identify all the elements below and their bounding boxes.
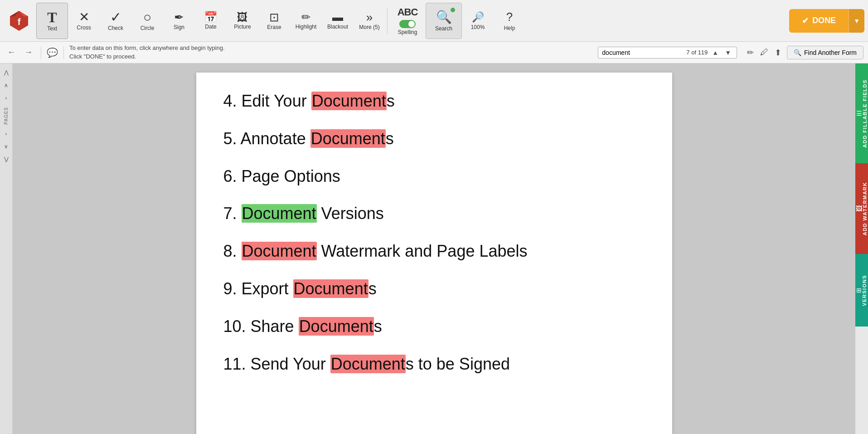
scroll-top-button[interactable]: ⋀ <box>1 67 12 78</box>
versions-icon: ⊞ <box>856 287 862 294</box>
date-icon: 📅 <box>204 12 218 23</box>
line8-prefix: 8. <box>223 242 242 260</box>
pdffiller-logo[interactable]: f <box>4 3 34 39</box>
date-tool[interactable]: 📅 Date <box>195 3 227 39</box>
spelling-label: Spelling <box>398 29 417 35</box>
expand-left-button[interactable]: › <box>1 93 12 103</box>
edit-document-icon[interactable]: ✏ <box>745 46 756 59</box>
erase-tool-label: Erase <box>267 24 281 30</box>
help-tool[interactable]: ? Help <box>494 3 525 39</box>
sign-icon: ✒ <box>174 11 184 23</box>
cross-icon: ✕ <box>79 11 89 24</box>
line11-prefix: 11. Send Your <box>223 355 330 373</box>
find-another-form-button[interactable]: 🔍 Find Another Form <box>787 46 863 59</box>
done-button[interactable]: ✔ DONE <box>789 9 849 33</box>
picture-tool[interactable]: 🖼 Picture <box>227 3 258 39</box>
zoom-level: 100% <box>471 24 485 30</box>
line-9: 9. Export Documents <box>223 278 645 300</box>
line-8: 8. Document Watermark and Page Labels <box>223 241 645 262</box>
highlight-tool-label: Highlight <box>296 24 317 30</box>
highlight-document-icon[interactable]: 🖊 <box>758 46 770 59</box>
document-area[interactable]: 4. Edit Your Documents 5. Annotate Docum… <box>13 63 855 434</box>
circle-tool[interactable]: ○ Circle <box>131 3 163 39</box>
right-panel-stack: ☰ ADD FILLABLE FIELDS 🖼 ADD WATERMARK ⊞ … <box>855 63 868 434</box>
undo-button[interactable]: ← <box>5 46 18 59</box>
line-7: 7. Document Versions <box>223 203 645 224</box>
versions-panel[interactable]: ⊞ VERSIONS <box>855 254 868 327</box>
search-bar: ← → 💬 To enter data on this form, click … <box>0 42 868 63</box>
comment-icon[interactable]: 💬 <box>47 47 58 58</box>
more-icon: » <box>366 11 373 23</box>
scroll-up-button[interactable]: ∧ <box>1 80 12 91</box>
line8-highlight: Document <box>242 242 317 260</box>
toolbar: f T Text ✕ Cross ✓ Check ○ Circle ✒ Sign… <box>0 0 868 42</box>
line9-suffix: s <box>369 279 377 298</box>
more-tool-label: More (5) <box>359 24 379 30</box>
main-content: ⋀ ∧ › PAGES › ∨ ⋁ 4. Edit Your Documents… <box>0 63 868 434</box>
cross-tool-label: Cross <box>77 24 91 31</box>
blackout-tool-label: Blackout <box>327 24 348 30</box>
line11-highlight: Document <box>330 355 406 373</box>
check-tool-label: Check <box>108 25 123 31</box>
search-next-button[interactable]: ▼ <box>723 48 733 57</box>
line10-suffix: s <box>374 317 382 336</box>
line4-prefix: 4. Edit Your <box>223 92 311 110</box>
scroll-down-button[interactable]: › <box>1 128 12 139</box>
erase-tool[interactable]: ⊡ Erase <box>258 3 290 39</box>
add-fillable-fields-panel[interactable]: ☰ ADD FILLABLE FIELDS <box>855 63 868 163</box>
fillable-fields-icon: ☰ <box>856 110 862 117</box>
search-bar-divider <box>41 46 41 59</box>
watermark-label: ADD WATERMARK <box>862 177 868 240</box>
done-button-group: ✔ DONE ▼ <box>789 9 864 33</box>
line5-prefix: 5. Annotate <box>223 129 310 148</box>
zoom-tool[interactable]: 🔎 100% <box>462 3 494 39</box>
spelling-toggle[interactable] <box>399 20 416 28</box>
line9-highlight: Document <box>293 279 369 298</box>
blackout-tool[interactable]: ▬ Blackout <box>322 3 354 39</box>
cross-tool[interactable]: ✕ Cross <box>68 3 100 39</box>
spelling-tool: ABC Spelling <box>389 3 426 39</box>
line8-suffix: Watermark and Page Labels <box>317 242 528 260</box>
help-label: Help <box>504 25 515 31</box>
highlight-tool[interactable]: ✏ Highlight <box>290 3 322 39</box>
line4-highlight: Document <box>311 92 387 110</box>
scroll-end-button[interactable]: ⋁ <box>1 154 12 165</box>
fillable-fields-label: ADD FILLABLE FIELDS <box>862 75 868 152</box>
export-document-icon[interactable]: ⬆ <box>773 46 783 59</box>
line-5: 5. Annotate Documents <box>223 128 645 150</box>
more-tool[interactable]: » More (5) <box>354 3 385 39</box>
line4-suffix: s <box>387 92 395 110</box>
left-sidebar: ⋀ ∧ › PAGES › ∨ ⋁ <box>0 63 13 434</box>
search-active-dot <box>451 8 455 12</box>
document-page: 4. Edit Your Documents 5. Annotate Docum… <box>196 73 672 434</box>
spelling-icon: ABC <box>398 6 418 18</box>
check-tool[interactable]: ✓ Check <box>100 3 131 39</box>
versions-label: VERSIONS <box>862 270 867 311</box>
text-tool[interactable]: T Text <box>36 3 68 39</box>
search-input[interactable] <box>602 49 684 56</box>
redo-button[interactable]: → <box>22 46 35 59</box>
line9-prefix: 9. Export <box>223 279 293 298</box>
search-bar-divider2 <box>63 46 64 59</box>
line7-prefix: 7. <box>223 204 242 223</box>
line10-prefix: 10. Share <box>223 317 299 336</box>
line10-highlight: Document <box>299 317 374 336</box>
line11-suffix: s to be Signed <box>406 355 510 373</box>
search-input-wrap: 7 of 119 ▲ ▼ <box>598 47 737 59</box>
text-icon: T <box>47 10 57 24</box>
toggle-dot <box>408 21 415 27</box>
search-tool[interactable]: 🔍 Search <box>426 3 462 39</box>
find-another-form-label: Find Another Form <box>804 49 857 56</box>
search-prev-button[interactable]: ▲ <box>710 48 720 57</box>
info-line1: To enter data on this form, click anywhe… <box>69 44 225 52</box>
erase-icon: ⊡ <box>269 11 279 23</box>
match-count: 7 of 119 <box>686 49 708 56</box>
action-icons-group: ✏ 🖊 ⬆ <box>745 46 783 59</box>
search-small-icon: 🔍 <box>794 49 801 56</box>
text-tool-label: Text <box>47 25 57 32</box>
scroll-bottom-button[interactable]: ∨ <box>1 141 12 152</box>
done-dropdown-button[interactable]: ▼ <box>849 9 864 33</box>
add-watermark-panel[interactable]: 🖼 ADD WATERMARK <box>855 163 868 254</box>
sign-tool[interactable]: ✒ Sign <box>163 3 195 39</box>
line5-highlight: Document <box>310 129 386 148</box>
